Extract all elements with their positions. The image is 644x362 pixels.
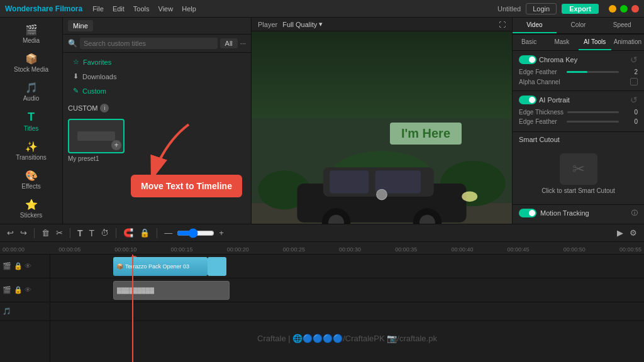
timeline: ↩ ↪ 🗑 ✂ T T ⏱ 🧲 🔒 — + ▶ ⚙ 00:00:00 00:00… [0, 224, 644, 362]
svg-point-15 [377, 189, 387, 200]
title-card-add-button[interactable]: + [111, 140, 121, 150]
track-label-2: 🎬 🔒 👁 [0, 278, 50, 302]
tab-mask[interactable]: Mask [545, 35, 578, 50]
toolbar-divider-1 [34, 228, 35, 238]
login-button[interactable]: Login [526, 3, 557, 14]
cut-button[interactable]: ✂ [54, 227, 65, 239]
quality-selector[interactable]: Full Quality ▾ [282, 20, 323, 28]
sidebar-tabs: 🎬 Media 📦 Stock Media 🎵 Audio T Titles ✨… [0, 18, 62, 254]
menu-file[interactable]: File [92, 5, 104, 13]
nav-downloads[interactable]: ⬇ Downloads [68, 70, 246, 83]
track1-lock-icon[interactable]: 🔒 [14, 262, 23, 270]
track1-type-icon: 🎬 [3, 262, 11, 270]
sidebar-label-stock: Stock Media [14, 66, 48, 73]
nav-mine[interactable]: Mine [68, 20, 93, 31]
chroma-key-reset-icon[interactable]: ↺ [630, 55, 638, 65]
zoom-in-button[interactable]: + [217, 227, 226, 239]
text-button[interactable]: T [75, 227, 85, 239]
chroma-key-toggle[interactable] [519, 55, 536, 64]
title-card-preset[interactable]: + My preset1 [68, 119, 125, 162]
alpha-channel-checkbox[interactable] [630, 78, 638, 85]
speed-button[interactable]: ⏱ [99, 227, 111, 239]
sidebar-tab-media[interactable]: 🎬 Media [3, 20, 60, 48]
sidebar-tab-titles[interactable]: T Titles [3, 107, 60, 136]
render-button[interactable]: ▶ [615, 227, 625, 239]
motion-tracking-info-icon[interactable]: ⓘ [631, 209, 638, 217]
fullscreen-icon[interactable]: ⛶ [499, 21, 506, 28]
chroma-key-section: Chroma Key ↺ Edge Feather 2 Alpha Channe… [513, 51, 644, 91]
lock-button[interactable]: 🔒 [138, 227, 152, 239]
audio-icon: 🎵 [25, 82, 38, 94]
tab-basic[interactable]: Basic [513, 35, 545, 50]
edge-feather-slider[interactable] [567, 71, 619, 73]
tab-color[interactable]: Color [557, 18, 601, 33]
sidebar-label-transitions: Transitions [16, 154, 47, 161]
motion-tracking-label: Motion Tracking [540, 209, 628, 217]
tab-speed[interactable]: Speed [600, 18, 644, 33]
close-button[interactable] [631, 5, 639, 13]
clip-terrazzo[interactable]: 📦 Terrazzo Pack Opener 03 [113, 257, 208, 276]
redo-button[interactable]: ↪ [18, 227, 29, 239]
delete-button[interactable]: 🗑 [40, 227, 52, 239]
title-card-label: My preset1 [68, 155, 125, 162]
title-card-inner[interactable]: + [68, 119, 125, 153]
ai-portrait-reset-icon[interactable]: ↺ [630, 95, 638, 105]
sidebar-tab-transitions[interactable]: ✨ Transitions [3, 137, 60, 165]
track-row-2: ▓▓▓▓▓▓▓▓▓ [50, 278, 644, 302]
chroma-key-label: Chroma Key [539, 56, 577, 63]
smart-cutout-label: Smart Cutout [519, 136, 560, 143]
magnet-button[interactable]: 🧲 [121, 227, 135, 239]
undo-button[interactable]: ↩ [5, 227, 16, 239]
ai-edge-feather-label: Edge Feather [519, 118, 563, 125]
zoom-slider[interactable] [177, 228, 214, 238]
ai-portrait-label: AI Portrait [539, 96, 570, 104]
track2-lock-icon[interactable]: 🔒 [14, 286, 23, 294]
export-button[interactable]: Export [562, 4, 599, 14]
text2-button[interactable]: T [87, 227, 97, 239]
ai-portrait-toggle[interactable] [519, 96, 536, 104]
search-icon: 🔍 [68, 39, 77, 48]
edge-thickness-row: Edge Thickness 0 [519, 109, 638, 116]
sidebar-tab-audio[interactable]: 🎵 Audio [3, 78, 60, 106]
ruler-mark-6: 00:00:30 [339, 246, 361, 253]
custom-badge: i [100, 104, 109, 112]
more-icon[interactable]: ··· [240, 40, 246, 47]
smart-cutout-area: ✂ Click to start Smart Cutout [519, 147, 638, 200]
ruler-mark-4: 00:00:20 [227, 246, 249, 253]
menu-edit[interactable]: Edit [113, 5, 125, 13]
menu-view[interactable]: View [158, 5, 174, 13]
menu-tools[interactable]: Tools [133, 5, 150, 13]
player-label: Player [258, 21, 277, 28]
ruler-mark-11: 00:00:55 [619, 246, 641, 253]
filter-all-button[interactable]: All [220, 38, 238, 48]
ai-edge-feather-row: Edge Feather 0 [519, 118, 638, 125]
minimize-button[interactable] [609, 5, 616, 13]
track2-eye-icon[interactable]: 👁 [25, 286, 31, 294]
clip-video[interactable]: ▓▓▓▓▓▓▓▓▓ [113, 281, 230, 300]
maximize-button[interactable] [620, 5, 628, 13]
playhead[interactable] [132, 255, 133, 362]
sidebar-tab-effects[interactable]: 🎨 Effects [3, 166, 60, 194]
sidebar-tab-stickers[interactable]: ⭐ Stickers [3, 195, 60, 222]
search-input[interactable] [80, 38, 218, 49]
ai-edge-feather-slider[interactable] [567, 121, 619, 123]
track1-icons: 🔒 👁 [14, 262, 31, 270]
smart-cutout-hint[interactable]: Click to start Smart Cutout [541, 187, 615, 194]
zoom-out-button[interactable]: — [162, 227, 174, 239]
tab-ai-tools[interactable]: AI Tools [579, 35, 611, 50]
stickers-icon: ⭐ [25, 199, 38, 211]
sidebar-tab-stock[interactable]: 📦 Stock Media [3, 49, 60, 77]
tab-video[interactable]: Video [513, 18, 557, 33]
edge-thickness-slider[interactable] [567, 111, 619, 113]
video-text-overlay: I'm Here [390, 123, 462, 145]
clip-terrazzo-icon: 📦 [116, 263, 123, 270]
nav-custom[interactable]: ✎ Custom [68, 84, 246, 97]
track1-eye-icon[interactable]: 👁 [25, 262, 31, 270]
nav-favorites[interactable]: ☆ Favorites [68, 55, 246, 69]
smart-cutout-icon: ✂ [560, 153, 597, 185]
tab-animation[interactable]: Animation [611, 35, 644, 50]
menu-help[interactable]: Help [182, 5, 196, 13]
settings2-button[interactable]: ⚙ [628, 227, 639, 239]
motion-tracking-toggle[interactable] [519, 209, 536, 217]
motion-tracking-section: Motion Tracking ⓘ [513, 205, 644, 224]
